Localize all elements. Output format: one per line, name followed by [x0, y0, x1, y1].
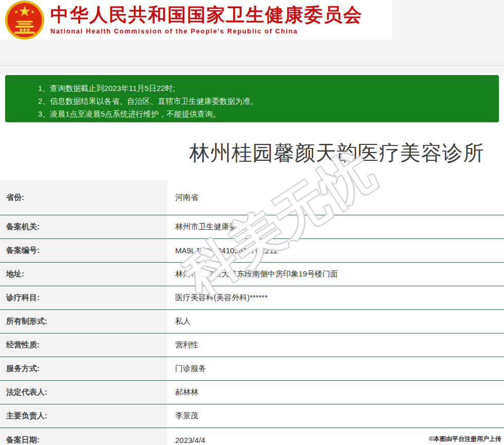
institution-name-title: 林州桂园馨颜天韵医疗美容诊所	[170, 139, 504, 167]
query-notice-box: 1、查询数据截止到2023年11月5日22时; 2、信息数据结果以各省、自治区、…	[5, 75, 499, 122]
field-value: MA9LJYQ9-841058117D2212	[167, 239, 504, 262]
banner-titles: 中华人民共和国国家卫生健康委员会 National Health Commiss…	[50, 5, 363, 35]
site-header-banner: 中华人民共和国国家卫生健康委员会 National Health Commiss…	[0, 0, 392, 40]
field-value: 河南省	[167, 180, 504, 215]
field-label: 主要负责人:	[0, 404, 167, 428]
field-label: 诊疗科目:	[0, 286, 167, 309]
table-row-province: 省份: 河南省	[0, 180, 504, 215]
site-title-chinese: 中华人民共和国国家卫生健康委员会	[50, 5, 363, 25]
field-value: 私人	[167, 310, 504, 333]
table-row-legal-representative: 法定代表人: 郝林林	[0, 381, 504, 404]
field-value: 郝林林	[167, 381, 504, 404]
table-row-filing-number: 备案编号: MA9LJYQ9-841058117D2212	[0, 239, 504, 263]
field-label: 省份:	[0, 180, 167, 215]
table-row-filing-authority: 备案机关: 林州市卫生健康委员会	[0, 215, 504, 239]
table-row-filing-date: 备案日期: 2023/4/4	[0, 428, 504, 445]
field-label: 服务方式:	[0, 357, 167, 380]
top-band: 中华人民共和国国家卫生健康委员会 National Health Commiss…	[0, 0, 504, 74]
field-label: 地址:	[0, 263, 167, 286]
horizontal-divider	[0, 65, 504, 66]
field-label: 所有制形式:	[0, 310, 167, 333]
filing-info-table: 省份: 河南省 备案机关: 林州市卫生健康委员会 备案编号: MA9LJYQ9-…	[0, 180, 504, 445]
field-value: 营利性	[167, 333, 504, 357]
table-row-service-mode: 服务方式: 门诊服务	[0, 357, 504, 381]
table-row-ownership-form: 所有制形式: 私人	[0, 310, 504, 333]
notice-item: 2、信息数据结果以各省、自治区、直辖市卫生健康委数据为准。	[38, 95, 494, 107]
field-label: 备案编号:	[0, 239, 167, 262]
table-row-address: 地址: 林州市红旗渠大道东段南侧中房印象19号楼门面	[0, 263, 504, 286]
field-label: 备案日期:	[0, 428, 167, 445]
notice-item: 1、查询数据截止到2023年11月5日22时;	[38, 82, 494, 95]
notice-item: 3、凌晨1点至凌晨5点系统进行维护，不能提供查询。	[38, 107, 494, 120]
table-row-operation-nature: 经营性质: 营利性	[0, 333, 504, 357]
field-value: 医疗美容科(美容外科)******	[167, 286, 504, 309]
field-label: 法定代表人:	[0, 381, 167, 404]
table-row-treatment-subjects: 诊疗科目: 医疗美容科(美容外科)******	[0, 286, 504, 310]
china-national-emblem-icon	[2, 0, 47, 40]
upload-attribution-note: ©本图由平台注册用户上传	[429, 435, 501, 443]
field-label: 备案机关:	[0, 215, 167, 238]
field-label: 经营性质:	[0, 333, 167, 357]
field-value: 门诊服务	[167, 357, 504, 380]
table-row-principal: 主要负责人: 李景茂	[0, 404, 504, 428]
site-title-english: National Health Commission of the People…	[50, 27, 363, 35]
field-value: 李景茂	[167, 404, 504, 428]
field-value: 林州市卫生健康委员会	[167, 215, 504, 238]
field-value: 林州市红旗渠大道东段南侧中房印象19号楼门面	[167, 263, 504, 286]
record-title-section: 林州桂园馨颜天韵医疗美容诊所	[0, 122, 504, 180]
